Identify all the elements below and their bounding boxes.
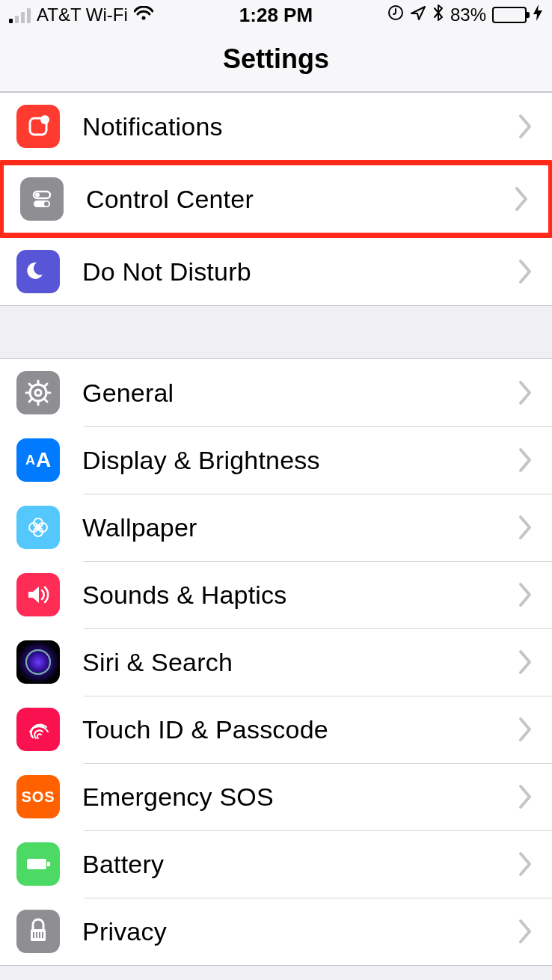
row-label: Sounds & Haptics — [82, 581, 518, 610]
bluetooth-icon — [432, 4, 444, 26]
svg-rect-28 — [47, 862, 50, 866]
chevron-right-icon — [518, 113, 533, 140]
row-wallpaper[interactable]: Wallpaper — [0, 494, 552, 561]
row-label: General — [82, 379, 518, 408]
svg-point-8 — [44, 202, 49, 206]
wifi-icon — [134, 4, 153, 25]
svg-point-26 — [22, 646, 55, 679]
wallpaper-icon — [16, 506, 60, 549]
row-control-center[interactable]: Control Center — [4, 165, 548, 233]
row-touch-id[interactable]: Touch ID & Passcode — [0, 696, 552, 763]
svg-point-0 — [141, 16, 145, 20]
svg-point-10 — [35, 390, 41, 396]
page-title: Settings — [0, 30, 552, 92]
chevron-right-icon — [518, 783, 533, 810]
row-label: Do Not Disturb — [82, 257, 518, 287]
cell-signal-icon — [9, 7, 31, 23]
control-center-icon — [20, 177, 64, 221]
row-general[interactable]: General — [0, 359, 552, 426]
privacy-icon — [16, 910, 60, 953]
chevron-right-icon — [518, 851, 533, 878]
svg-line-15 — [29, 384, 32, 387]
svg-line-18 — [29, 399, 32, 402]
emergency-sos-icon: SOS — [16, 775, 60, 818]
chevron-right-icon — [518, 918, 533, 945]
chevron-right-icon — [514, 186, 529, 212]
general-icon — [16, 371, 60, 414]
highlight-control-center: Control Center — [0, 160, 552, 238]
chevron-right-icon — [518, 649, 533, 676]
row-sounds-haptics[interactable]: Sounds & Haptics — [0, 561, 552, 628]
row-display-brightness[interactable]: AA Display & Brightness — [0, 426, 552, 494]
row-label: Display & Brightness — [82, 446, 518, 475]
row-label: Notifications — [82, 112, 518, 141]
row-notifications[interactable]: Notifications — [0, 93, 552, 160]
notifications-icon — [16, 105, 60, 148]
rotation-lock-icon — [387, 4, 404, 25]
chevron-right-icon — [518, 258, 533, 285]
row-label: Wallpaper — [82, 513, 518, 542]
battery-icon — [16, 842, 60, 886]
row-battery[interactable]: Battery — [0, 830, 552, 898]
carrier-label: AT&T Wi-Fi — [37, 4, 128, 25]
location-icon — [410, 4, 426, 25]
svg-line-16 — [44, 399, 47, 402]
charging-icon — [533, 4, 543, 26]
row-label: Battery — [82, 850, 518, 879]
chevron-right-icon — [518, 447, 533, 474]
chevron-right-icon — [518, 379, 533, 406]
sounds-icon — [16, 573, 60, 616]
status-right: 83% — [387, 4, 543, 26]
touch-id-icon — [16, 708, 60, 751]
row-do-not-disturb[interactable]: Do Not Disturb — [0, 238, 552, 305]
battery-icon — [492, 7, 527, 23]
status-bar: AT&T Wi-Fi 1:28 PM 83% — [0, 0, 552, 30]
row-privacy[interactable]: Privacy — [0, 898, 552, 965]
status-left: AT&T Wi-Fi — [9, 4, 153, 25]
battery-percent: 83% — [450, 4, 486, 25]
section-gap — [0, 306, 552, 358]
row-label: Touch ID & Passcode — [82, 715, 518, 744]
svg-point-4 — [40, 115, 49, 124]
chevron-right-icon — [518, 716, 533, 743]
svg-line-17 — [44, 384, 47, 387]
row-emergency-sos[interactable]: SOS Emergency SOS — [0, 763, 552, 830]
settings-section-2: General AA Display & Brightness Wallpape… — [0, 358, 552, 966]
svg-point-6 — [35, 193, 40, 197]
chevron-right-icon — [518, 581, 533, 608]
row-siri-search[interactable]: Siri & Search — [0, 628, 552, 696]
siri-icon — [16, 640, 60, 684]
row-label: Emergency SOS — [82, 783, 518, 812]
row-label: Siri & Search — [82, 648, 518, 677]
row-label: Control Center — [86, 185, 514, 214]
chevron-right-icon — [518, 514, 533, 541]
settings-section-1: Notifications Control Center Do Not Dist… — [0, 92, 552, 306]
do-not-disturb-icon — [16, 250, 60, 293]
svg-rect-27 — [27, 859, 46, 869]
display-brightness-icon: AA — [16, 438, 60, 482]
row-label: Privacy — [82, 917, 518, 946]
